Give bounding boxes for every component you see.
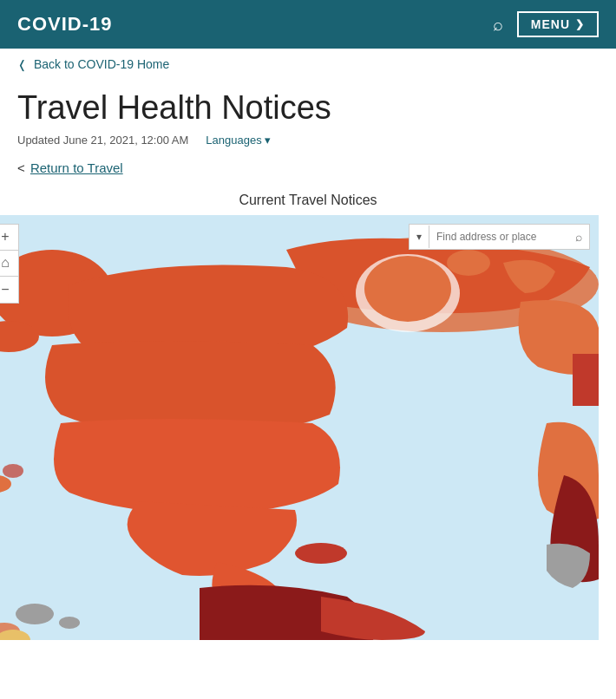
- languages-label: Languages: [206, 134, 261, 147]
- map-title: Current Travel Notices: [0, 186, 616, 215]
- svg-point-12: [59, 617, 80, 629]
- menu-chevron-icon: ❯: [575, 18, 585, 30]
- header-actions: ⌕ MENU ❯: [493, 11, 599, 37]
- return-to-travel-link[interactable]: Return to Travel: [30, 160, 123, 175]
- map-zoom-controls: + ⌂ −: [0, 224, 19, 304]
- map-search-dropdown[interactable]: ▾: [410, 225, 429, 248]
- svg-point-11: [16, 604, 54, 624]
- home-icon: ⌂: [1, 255, 10, 271]
- menu-button[interactable]: MENU ❯: [517, 11, 599, 37]
- zoom-out-button[interactable]: −: [0, 277, 18, 303]
- back-chevron-icon: ❬: [17, 58, 27, 71]
- search-icon[interactable]: ⌕: [493, 15, 503, 35]
- app-title: COVID-19: [17, 13, 112, 36]
- meta-row: Updated June 21, 2021, 12:00 AM Language…: [17, 134, 599, 147]
- page-title: Travel Health Notices: [17, 88, 599, 128]
- app-header: COVID-19 ⌕ MENU ❯: [0, 0, 616, 49]
- zoom-in-button[interactable]: +: [0, 225, 18, 251]
- updated-text: Updated June 21, 2021, 12:00 AM: [17, 134, 188, 147]
- svg-point-10: [3, 464, 23, 478]
- svg-point-8: [447, 250, 490, 276]
- back-to-covid-link[interactable]: Back to COVID-19 Home: [34, 57, 169, 71]
- main-content: Travel Health Notices Updated June 21, 2…: [0, 80, 616, 175]
- return-link-row: < Return to Travel: [17, 160, 599, 175]
- map-search-submit-icon[interactable]: ⌕: [568, 225, 589, 249]
- map-section: Current Travel Notices + ⌂ − ▾ ⌕: [0, 186, 616, 640]
- menu-label: MENU: [531, 17, 570, 31]
- map-search-input[interactable]: [429, 225, 568, 248]
- svg-point-5: [364, 256, 451, 322]
- languages-dropdown[interactable]: Languages ▾: [206, 134, 270, 147]
- zoom-home-button[interactable]: ⌂: [0, 251, 18, 277]
- svg-rect-7: [573, 354, 599, 406]
- languages-chevron-icon: ▾: [265, 134, 271, 147]
- world-map-svg: [0, 215, 599, 640]
- dropdown-chevron-icon: ▾: [416, 231, 422, 243]
- return-prefix: <: [17, 160, 25, 175]
- breadcrumb: ❬ Back to COVID-19 Home: [0, 49, 616, 80]
- svg-point-6: [295, 543, 347, 564]
- map-search-bar: ▾ ⌕: [409, 224, 590, 250]
- map-container[interactable]: + ⌂ − ▾ ⌕: [0, 215, 599, 640]
